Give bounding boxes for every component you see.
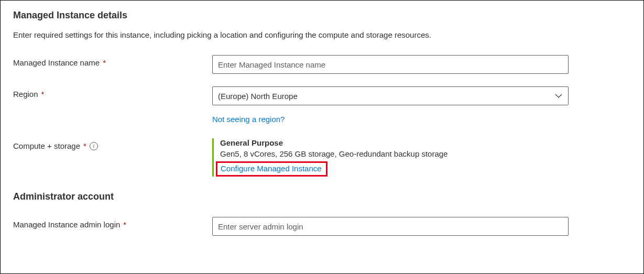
- row-instance-name: Managed Instance name *: [13, 55, 631, 74]
- region-label: Region: [13, 90, 38, 98]
- label-col: Compute + storage * i: [13, 138, 212, 150]
- region-select-wrap: (Europe) North Europe: [212, 86, 569, 105]
- required-marker: *: [41, 90, 45, 98]
- compute-storage-label: Compute + storage: [13, 141, 80, 150]
- admin-login-input[interactable]: [212, 217, 569, 236]
- row-region: Region * (Europe) North Europe: [13, 86, 631, 105]
- value-col: Not seeing a region?: [212, 115, 569, 124]
- section-title-admin: Administrator account: [13, 191, 631, 202]
- required-marker: *: [123, 220, 126, 229]
- instance-name-input[interactable]: [212, 55, 569, 74]
- value-col: General Purpose Gen5, 8 vCores, 256 GB s…: [212, 138, 569, 177]
- section-description: Enter required settings for this instanc…: [13, 30, 631, 39]
- row-region-help: Not seeing a region?: [13, 115, 631, 124]
- required-marker: *: [83, 141, 86, 150]
- region-select[interactable]: (Europe) North Europe: [212, 86, 569, 105]
- configure-highlight: Configure Managed Instance: [216, 161, 328, 177]
- admin-login-label: Managed Instance admin login: [13, 220, 120, 229]
- label-col-empty: [13, 115, 212, 118]
- compute-spec: Gen5, 8 vCores, 256 GB storage, Geo-redu…: [220, 149, 569, 158]
- label-col: Managed Instance admin login *: [13, 217, 212, 229]
- value-col: [212, 55, 569, 74]
- section-title-details: Managed Instance details: [13, 10, 631, 21]
- value-col: [212, 217, 569, 236]
- row-admin-login: Managed Instance admin login *: [13, 217, 631, 236]
- configure-managed-instance-link[interactable]: Configure Managed Instance: [221, 164, 322, 173]
- value-col: (Europe) North Europe: [212, 86, 569, 105]
- compute-tier: General Purpose: [220, 138, 569, 147]
- managed-instance-form: Managed Instance details Enter required …: [0, 0, 644, 274]
- region-help-link[interactable]: Not seeing a region?: [212, 115, 285, 124]
- row-compute-storage: Compute + storage * i General Purpose Ge…: [13, 138, 631, 177]
- compute-summary: General Purpose Gen5, 8 vCores, 256 GB s…: [212, 138, 569, 177]
- label-col: Managed Instance name *: [13, 55, 212, 67]
- required-marker: *: [103, 58, 106, 67]
- label-col: Region *: [13, 86, 212, 98]
- info-icon[interactable]: i: [90, 142, 98, 150]
- instance-name-label: Managed Instance name: [13, 58, 100, 67]
